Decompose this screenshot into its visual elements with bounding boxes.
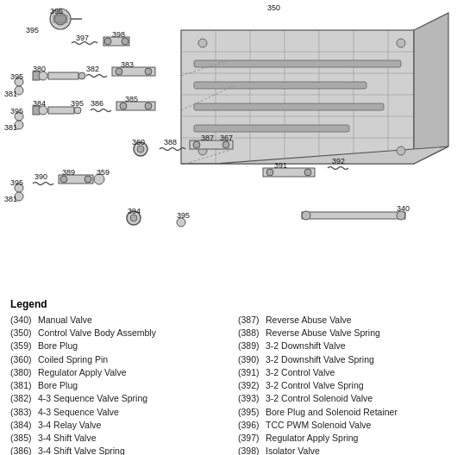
legend-num: (397) [238, 432, 266, 445]
legend-num: (391) [238, 366, 266, 379]
svg-point-61 [120, 103, 127, 109]
svg-text:391: 391 [274, 161, 287, 170]
svg-text:385: 385 [125, 95, 138, 103]
legend-item: (359)Bore Plug [10, 340, 238, 352]
svg-text:340: 340 [397, 204, 410, 213]
legend-num: (386) [10, 445, 38, 455]
svg-point-16 [397, 39, 405, 47]
svg-marker-13 [414, 13, 448, 164]
svg-text:392: 392 [332, 157, 345, 165]
legend-item: (395)Bore Plug and Solenoid Retainer [238, 406, 466, 419]
svg-text:360: 360 [132, 138, 145, 146]
svg-point-42 [78, 72, 85, 79]
legend-item: (382)4-3 Sequence Valve Spring [10, 392, 238, 405]
svg-text:367: 367 [220, 134, 233, 142]
svg-point-65 [137, 146, 144, 153]
legend-item: (396)TCC PWM Solenoid Valve [238, 419, 466, 432]
legend-num: (388) [238, 327, 266, 340]
legend-num: (382) [10, 392, 38, 405]
legend-item: (397)Regulator Apply Spring [238, 432, 466, 445]
legend-item: (388)Reverse Abuse Valve Spring [238, 327, 466, 340]
legend-item: (390)3-2 Downshift Valve Spring [238, 353, 466, 366]
legend-num: (389) [238, 340, 266, 352]
legend-columns: (340)Manual Valve(350)Control Valve Body… [10, 314, 466, 455]
svg-text:395: 395 [177, 211, 190, 220]
svg-point-89 [85, 176, 91, 183]
technical-diagram: 350 396 395 397 398 395 [0, 0, 476, 293]
svg-text:380: 380 [33, 65, 46, 73]
legend-item: (398)Isolator Valve [238, 445, 466, 455]
svg-rect-22 [194, 125, 349, 132]
svg-text:395: 395 [26, 26, 39, 34]
legend-text: 3-2 Control Valve Spring [266, 379, 364, 392]
legend-item: (384)3-4 Relay Valve [10, 419, 238, 432]
legend-col-right: (387)Reverse Abuse Valve(388)Reverse Abu… [238, 314, 466, 455]
legend-text: 4-3 Sequence Valve Spring [38, 392, 147, 405]
legend-num: (360) [10, 353, 38, 366]
legend-item: (392)3-2 Control Valve Spring [238, 379, 466, 392]
legend-text: Bore Plug and Solenoid Retainer [266, 406, 398, 419]
legend-num: (340) [10, 314, 38, 327]
legend-item: (383)4-3 Sequence Valve [10, 406, 238, 419]
svg-point-69 [193, 141, 200, 148]
diagram-area: 350 396 395 397 398 395 [0, 0, 476, 293]
legend-area: Legend (340)Manual Valve(350)Control Val… [0, 293, 476, 455]
svg-rect-21 [194, 103, 384, 110]
legend-item: (389)3-2 Downshift Valve [238, 340, 466, 352]
svg-rect-78 [302, 212, 405, 219]
svg-point-74 [266, 169, 273, 176]
legend-num: (380) [10, 366, 38, 379]
legend-text: 3-4 Shift Valve Spring [38, 445, 125, 455]
legend-text: 3-2 Downshift Valve Spring [266, 353, 374, 366]
svg-point-94 [130, 215, 137, 221]
svg-text:389: 389 [62, 168, 75, 177]
legend-text: Isolator Valve [266, 445, 320, 455]
svg-text:394: 394 [128, 207, 141, 215]
legend-text: 3-4 Shift Valve [38, 432, 97, 445]
legend-text: TCC PWM Solenoid Valve [266, 419, 371, 432]
svg-text:359: 359 [97, 168, 110, 177]
legend-text: Bore Plug [38, 379, 78, 392]
svg-text:383: 383 [121, 60, 134, 69]
legend-text: Manual Valve [38, 314, 92, 327]
svg-text:350: 350 [267, 3, 280, 12]
legend-text: Regulator Apply Spring [266, 432, 358, 445]
legend-text: 3-2 Control Valve [266, 366, 335, 379]
svg-text:395: 395 [10, 178, 23, 187]
svg-text:398: 398 [112, 30, 125, 39]
svg-point-58 [74, 107, 81, 114]
svg-point-32 [104, 38, 111, 45]
legend-num: (381) [10, 379, 38, 392]
legend-num: (384) [10, 419, 38, 432]
legend-item: (393)3-2 Control Solenoid Valve [238, 392, 466, 405]
legend-text: 3-2 Downshift Valve [266, 340, 346, 352]
legend-title: Legend [10, 298, 466, 310]
legend-item: (360)Coiled Spring Pin [10, 353, 238, 366]
legend-item: (350)Control Valve Body Assembly [10, 327, 238, 340]
legend-num: (393) [238, 392, 266, 405]
svg-text:386: 386 [91, 99, 103, 108]
legend-num: (350) [10, 327, 38, 340]
svg-text:396: 396 [50, 7, 63, 16]
legend-item: (381)Bore Plug [10, 379, 238, 392]
legend-text: Coiled Spring Pin [38, 353, 108, 366]
legend-item: (340)Manual Valve [10, 314, 238, 327]
legend-item: (391)3-2 Control Valve [238, 366, 466, 379]
legend-num: (390) [238, 353, 266, 366]
svg-rect-55 [48, 107, 74, 114]
svg-text:381: 381 [4, 195, 17, 203]
legend-text: 3-4 Relay Valve [38, 419, 101, 432]
legend-item: (385)3-4 Shift Valve [10, 432, 238, 445]
svg-point-88 [60, 176, 67, 183]
legend-text: Control Valve Body Assembly [38, 327, 156, 340]
svg-text:382: 382 [86, 65, 99, 73]
svg-text:381: 381 [4, 123, 17, 132]
legend-text: Regulator Apply Valve [38, 366, 127, 379]
svg-point-47 [145, 68, 152, 75]
svg-point-15 [198, 39, 207, 47]
legend-num: (398) [238, 445, 266, 455]
legend-text: 4-3 Sequence Valve [38, 406, 119, 419]
legend-item: (386)3-4 Shift Valve Spring [10, 445, 238, 455]
svg-text:395: 395 [10, 107, 23, 115]
svg-rect-19 [194, 60, 401, 67]
